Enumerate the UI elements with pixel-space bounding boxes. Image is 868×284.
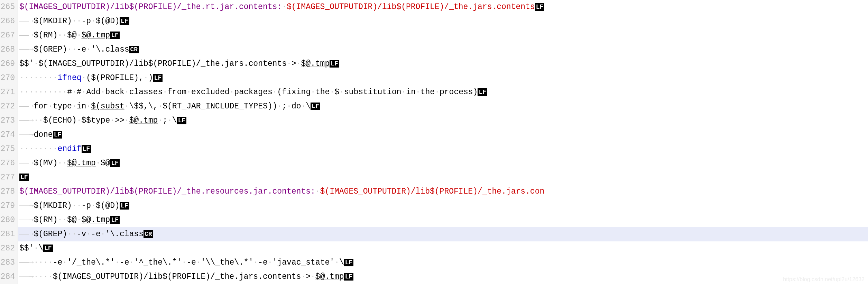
code-token: $(subst <box>91 102 124 111</box>
line-number: 269 <box>0 57 18 71</box>
whitespace-space: · <box>339 88 344 97</box>
line-content[interactable]: $(IMAGES_OUTPUTDIR)/lib$(PROFILE)/_the.r… <box>18 185 868 199</box>
whitespace-space: · <box>311 88 315 97</box>
code-token: for <box>34 102 48 111</box>
line-content[interactable]: ——→doneLF <box>18 128 868 142</box>
line-content[interactable]: ——→$(GREP)··-e·'\.classCR <box>18 43 868 57</box>
eol-lf-marker: LF <box>478 88 487 96</box>
eol-lf-marker: LF <box>120 17 129 25</box>
whitespace-space: · <box>24 73 29 82</box>
code-token: $$' <box>19 244 34 253</box>
line-content[interactable]: $$'·\LF <box>18 241 868 256</box>
code-line[interactable]: 275········endifLF <box>0 142 868 156</box>
code-token: \ <box>172 116 177 125</box>
code-token: # <box>77 88 82 97</box>
whitespace-space: · <box>315 187 320 196</box>
whitespace-space: · <box>282 2 287 11</box>
whitespace-tab: ——→ <box>19 256 34 270</box>
line-content[interactable]: ——→$(RM)··$@·$@.tmpLF <box>18 213 868 227</box>
line-content[interactable]: ——→····-e·'/_the\.*'·-e·'^_the\.*'·-e·'\… <box>18 256 868 270</box>
code-token: done <box>34 130 53 139</box>
code-token: $(MKDIR) <box>34 201 72 210</box>
line-content[interactable]: ——→for·type·in·$(subst·\$$,\,·$(RT_JAR_I… <box>18 99 868 114</box>
code-token: $(IMAGES_OUTPUTDIR)/lib$(PROFILE)/_the.j… <box>38 59 287 68</box>
whitespace-space: · <box>311 272 315 281</box>
code-token: $@ <box>101 159 110 168</box>
whitespace-space: · <box>43 144 48 153</box>
line-number: 282 <box>0 241 18 256</box>
code-line[interactable]: 265$(IMAGES_OUTPUTDIR)/lib$(PROFILE)/_th… <box>0 0 868 14</box>
whitespace-space: · <box>77 17 82 26</box>
whitespace-space: · <box>435 88 440 97</box>
code-token: $$type <box>81 116 110 125</box>
code-line[interactable]: 274——→doneLF <box>0 128 868 142</box>
whitespace-space: · <box>57 159 62 168</box>
code-token: # <box>67 88 72 97</box>
code-token: >> <box>115 116 124 125</box>
code-token: $@.tmp <box>81 215 110 224</box>
whitespace-space: · <box>273 88 277 97</box>
code-line[interactable]: 279——→$(MKDIR)··-p·$(@D)LF <box>0 199 868 213</box>
line-content[interactable]: ········ifneq·($(PROFILE),·)LF <box>18 71 868 85</box>
code-line[interactable]: 267——→$(RM)··$@·$@.tmpLF <box>0 28 868 43</box>
eol-cr-marker: CR <box>144 230 153 238</box>
code-token: -e <box>258 258 268 267</box>
code-line[interactable]: 283——→····-e·'/_the\.*'·-e·'^_the\.*'·-e… <box>0 256 868 270</box>
line-content[interactable]: LF <box>18 170 868 185</box>
line-content[interactable]: ········endifLF <box>18 142 868 156</box>
code-token: \ <box>38 244 43 253</box>
code-token: -e <box>53 258 63 267</box>
eol-lf-marker: LF <box>82 145 91 153</box>
line-content[interactable]: ——→$(MV)··$@.tmp·$@LF <box>18 156 868 170</box>
whitespace-space: · <box>124 102 129 111</box>
code-token: $@.tmp <box>67 159 96 168</box>
whitespace-space: · <box>268 258 273 267</box>
line-content[interactable]: $$'·$(IMAGES_OUTPUTDIR)/lib$(PROFILE)/_t… <box>18 57 868 71</box>
code-line[interactable]: 266——→$(MKDIR)··-p·$(@D)LF <box>0 14 868 28</box>
code-line[interactable]: 273——→··$(ECHO)·$$type·>>·$@.tmp·;·\LF <box>0 114 868 128</box>
code-line[interactable]: 284——→····$(IMAGES_OUTPUTDIR)/lib$(PROFI… <box>0 270 868 284</box>
code-line[interactable]: 277LF <box>0 170 868 185</box>
line-content[interactable]: ——→$(GREP)··-v·-e·'\.classCR <box>18 227 868 241</box>
line-content[interactable]: ··········#·#·Add·back·classes·from·excl… <box>18 85 868 99</box>
code-token: -p <box>81 201 91 210</box>
eol-lf-marker: LF <box>177 117 187 124</box>
code-line[interactable]: 280——→$(RM)··$@·$@.tmpLF <box>0 213 868 227</box>
whitespace-space: · <box>48 258 53 267</box>
line-content[interactable]: ——→$(MKDIR)··-p·$(@D)LF <box>18 14 868 28</box>
code-token: $(GREP) <box>34 45 67 54</box>
whitespace-space: · <box>34 73 38 82</box>
eol-lf-marker: LF <box>110 216 120 224</box>
whitespace-space: · <box>110 116 115 125</box>
code-line[interactable]: 271··········#·#·Add·back·classes·from·e… <box>0 85 868 99</box>
whitespace-space: · <box>29 144 34 153</box>
code-line[interactable]: 269$$'·$(IMAGES_OUTPUTDIR)/lib$(PROFILE)… <box>0 57 868 71</box>
code-token: -v <box>77 230 86 239</box>
eol-lf-marker: LF <box>344 273 354 281</box>
code-token: the <box>315 88 330 97</box>
line-content[interactable]: ——→····$(IMAGES_OUTPUTDIR)/lib$(PROFILE)… <box>18 270 868 284</box>
line-number: 275 <box>0 142 18 156</box>
code-line[interactable]: 278$(IMAGES_OUTPUTDIR)/lib$(PROFILE)/_th… <box>0 185 868 199</box>
line-content[interactable]: ——→··$(ECHO)·$$type·>>·$@.tmp·;·\LF <box>18 114 868 128</box>
code-line[interactable]: 268——→$(GREP)··-e·'\.classCR <box>0 43 868 57</box>
line-number: 267 <box>0 28 18 43</box>
code-line[interactable]: 276——→$(MV)··$@.tmp·$@LF <box>0 156 868 170</box>
code-line[interactable]: 270········ifneq·($(PROFILE),·)LF <box>0 71 868 85</box>
line-number: 270 <box>0 71 18 85</box>
code-token: $@.tmp <box>301 59 330 68</box>
line-content[interactable]: $(IMAGES_OUTPUTDIR)/lib$(PROFILE)/_the.r… <box>18 0 868 14</box>
code-line[interactable]: 272——→for·type·in·$(subst·\$$,\,·$(RT_JA… <box>0 99 868 114</box>
line-content[interactable]: ——→$(RM)··$@·$@.tmpLF <box>18 28 868 43</box>
code-token: ; <box>282 102 287 111</box>
whitespace-space: · <box>29 88 34 97</box>
line-content[interactable]: ——→$(MKDIR)··-p·$(@D)LF <box>18 199 868 213</box>
whitespace-space: · <box>86 102 91 111</box>
code-line[interactable]: 282$$'·\LF <box>0 241 868 256</box>
code-editor[interactable]: 265$(IMAGES_OUTPUTDIR)/lib$(PROFILE)/_th… <box>0 0 868 284</box>
eol-lf-marker: LF <box>110 159 120 167</box>
code-token: type <box>53 102 72 111</box>
code-line[interactable]: 281——→$(GREP)··-v·-e·'\.classCR <box>0 227 868 241</box>
code-token: $(RT_JAR_INCLUDE_TYPES)) <box>163 102 277 111</box>
whitespace-tab: ——→ <box>19 213 34 227</box>
